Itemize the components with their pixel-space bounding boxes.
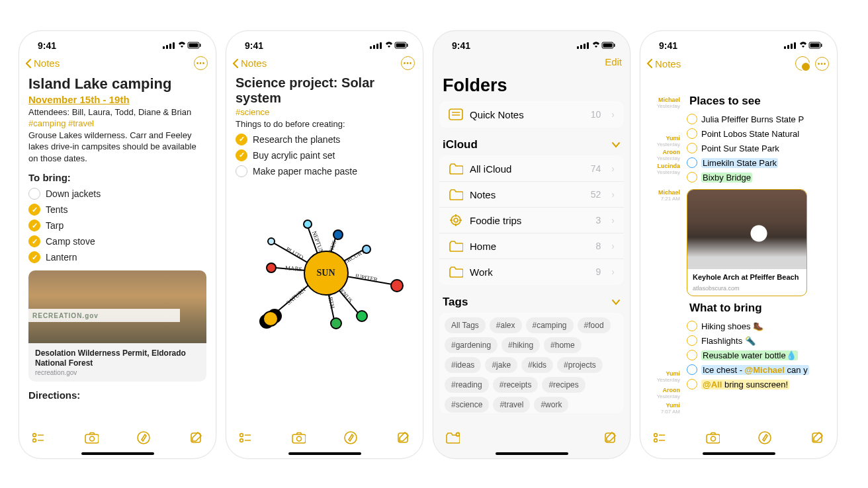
phone-science-project: 9:41 Notes ••• Science project: Solar sy… (226, 30, 423, 459)
icloud-header[interactable]: iCloud (433, 128, 630, 155)
toolbar (433, 430, 630, 449)
list-item[interactable]: Reusable water bottle💧 (687, 348, 837, 362)
tag-pill[interactable]: All Tags (445, 317, 486, 333)
camera-icon[interactable] (84, 430, 99, 445)
checkbox[interactable] (236, 165, 247, 177)
checklist[interactable]: Down jacketsTentsTarpCamp stoveLantern (28, 186, 206, 265)
hashtag[interactable]: #science (236, 107, 413, 117)
list-item[interactable]: Point Lobos State Natural (687, 126, 837, 141)
svg-rect-5 (189, 44, 198, 48)
more-button[interactable]: ••• (815, 57, 829, 71)
tag-pill[interactable]: #alex (490, 317, 522, 333)
home-indicator[interactable] (288, 452, 361, 455)
folder-row[interactable]: Work9› (439, 259, 624, 284)
checkbox[interactable] (236, 134, 247, 145)
status-time: 9:41 (38, 40, 56, 51)
checkbox[interactable] (28, 220, 40, 231)
home-indicator[interactable] (81, 452, 154, 455)
compose-icon[interactable] (189, 430, 204, 445)
tag-pill[interactable]: #jake (485, 357, 517, 373)
checklist-item[interactable]: Tarp (28, 218, 206, 233)
tag-cloud: All Tags#alex#camping#food#gardening#hik… (439, 313, 624, 413)
markup-icon[interactable] (758, 430, 772, 445)
checkbox[interactable] (28, 251, 40, 263)
tag-pill[interactable]: #kids (521, 357, 553, 373)
list-item[interactable]: @All bring sunscreen! (687, 377, 837, 391)
markup-icon[interactable] (136, 430, 151, 445)
date-link[interactable]: November 15th - 19th (28, 94, 130, 105)
list-item[interactable]: Point Sur State Park (687, 141, 837, 155)
folder-row[interactable]: Foodie trips3› (439, 208, 624, 233)
checklist-item[interactable]: Down jackets (28, 186, 206, 202)
checklist-item[interactable]: Research the planets (236, 132, 413, 147)
home-indicator[interactable] (496, 452, 568, 455)
tag-pill[interactable]: #travel (493, 397, 530, 413)
collaborators-icon[interactable] (795, 56, 810, 71)
tag-pill[interactable]: #science (445, 397, 489, 413)
folder-row[interactable]: Notes52› (439, 182, 624, 208)
bring-list[interactable]: Hiking shoes 🥾Flashlights 🔦Reusable wate… (681, 319, 837, 391)
note-body[interactable]: Science project: Solar system #science T… (226, 74, 423, 358)
svg-rect-35 (603, 44, 613, 48)
compose-icon[interactable] (810, 430, 825, 445)
new-folder-icon[interactable] (445, 430, 460, 445)
camera-icon[interactable] (705, 430, 720, 445)
hashtags[interactable]: #camping #travel (28, 118, 206, 128)
list-item[interactable]: Julia Pfeiffer Burns State P (687, 112, 837, 126)
tag-pill[interactable]: #gardening (445, 337, 498, 353)
tag-pill[interactable]: #camping (526, 317, 574, 333)
list-item[interactable]: Flashlights 🔦 (687, 333, 837, 348)
list-item[interactable]: Hiking shoes 🥾 (687, 319, 837, 333)
checkbox[interactable] (28, 188, 40, 200)
link-preview-card[interactable]: RECREATION.gov Desolation Wilderness Per… (28, 270, 206, 382)
tag-pill[interactable]: #projects (557, 357, 603, 373)
tag-pill[interactable]: #work (534, 397, 568, 413)
list-item[interactable]: Limekiln State Park (687, 155, 837, 170)
svg-point-60 (711, 436, 715, 441)
checklist-item[interactable]: Buy acrylic paint set (236, 147, 413, 163)
places-list[interactable]: Julia Pfeiffer Burns State PPoint Lobos … (681, 112, 837, 184)
checklist-icon[interactable] (31, 430, 46, 445)
tag-pill[interactable]: #receipts (493, 377, 539, 393)
compose-icon[interactable] (603, 430, 618, 445)
camera-icon[interactable] (291, 430, 306, 445)
checklist-icon[interactable] (652, 430, 667, 445)
edit-button[interactable]: Edit (605, 56, 622, 67)
checklist-label: Tarp (46, 220, 64, 231)
note-body[interactable]: Island Lake camping November 15th - 19th… (19, 74, 216, 403)
folder-row[interactable]: All iCloud74› (439, 156, 624, 182)
link-preview-card[interactable]: Keyhole Arch at Pfeiffer Beach atlasobsc… (687, 189, 807, 296)
tag-pill[interactable]: #home (544, 337, 582, 353)
checkbox[interactable] (28, 235, 40, 247)
tag-pill[interactable]: #hiking (501, 337, 540, 353)
checklist-item[interactable]: Make paper mache paste (236, 163, 413, 179)
list-item[interactable]: Ice chest - @Michael can y (687, 362, 837, 377)
svg-rect-16 (373, 45, 375, 49)
quick-notes-row[interactable]: Quick Notes 10 › (439, 102, 624, 127)
checkbox[interactable] (28, 204, 40, 216)
folder-row[interactable]: Home8› (439, 233, 624, 259)
places-title: Places to see (689, 95, 837, 108)
tag-pill[interactable]: #ideas (445, 357, 481, 373)
more-button[interactable]: ••• (194, 56, 208, 70)
more-button[interactable]: ••• (401, 56, 415, 70)
tag-pill[interactable]: #reading (445, 377, 489, 393)
compose-icon[interactable] (396, 430, 411, 445)
back-button[interactable]: Notes (232, 58, 267, 69)
planet-jupiter (390, 279, 404, 292)
list-item[interactable]: Bixby Bridge (687, 170, 837, 184)
checkbox[interactable] (236, 149, 247, 161)
back-button[interactable]: Notes (24, 58, 60, 69)
checklist-item[interactable]: Lantern (28, 249, 206, 265)
note-body[interactable]: Places to see Julia Pfeiffer Burns State… (681, 95, 837, 416)
checklist-item[interactable]: Tents (28, 202, 206, 218)
checklist[interactable]: Research the planetsBuy acrylic paint se… (236, 132, 413, 179)
checklist-icon[interactable] (238, 430, 253, 445)
home-indicator[interactable] (703, 452, 775, 455)
tag-pill[interactable]: #food (578, 317, 611, 333)
tag-pill[interactable]: #recipes (542, 377, 585, 393)
checklist-item[interactable]: Camp stove (28, 233, 206, 249)
tags-header[interactable]: Tags (433, 285, 630, 313)
markup-icon[interactable] (343, 430, 358, 445)
back-button[interactable]: Notes (646, 58, 681, 69)
